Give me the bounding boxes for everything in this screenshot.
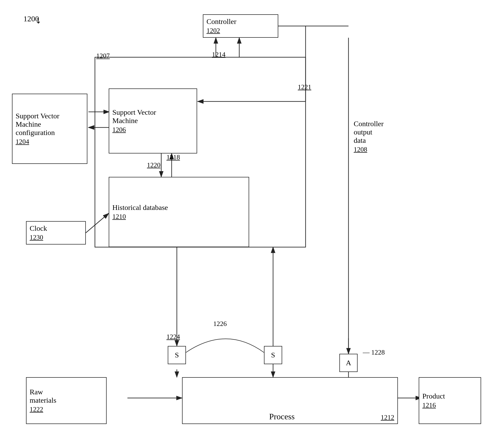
ref-1228: — 1228 (363, 349, 385, 356)
process-ref: 1212 (381, 414, 394, 421)
svm-config-label: Support VectorMachineconfiguration (16, 112, 59, 137)
historical-db-box: Historical database 1210 (109, 177, 249, 247)
ref-1214: 1214 (212, 51, 225, 59)
raw-materials-label: Rawmaterials (30, 388, 56, 405)
process-box: Process 1212 (182, 377, 398, 424)
controller-box: Controller 1202 (203, 14, 278, 38)
svg-line-28 (86, 213, 109, 233)
s-box-right: S (264, 346, 282, 364)
controller-output-label: Controlleroutputdata 1208 (354, 120, 384, 153)
a-box: A (339, 354, 358, 372)
svm-config-box: Support VectorMachineconfiguration 1204 (12, 94, 87, 164)
raw-materials-box: Rawmaterials 1222 (26, 377, 107, 424)
clock-ref: 1230 (30, 234, 43, 241)
outer-box-ref: 1207 (96, 52, 110, 60)
s-box-left: S (168, 346, 186, 364)
clock-box: Clock 1230 (26, 221, 86, 245)
product-ref: 1216 (422, 401, 436, 409)
svm-box: Support VectorMachine 1206 (109, 88, 197, 153)
ref-1224: 1224 (166, 333, 180, 341)
product-box: Product 1216 (419, 377, 481, 424)
svm-ref: 1206 (112, 126, 126, 134)
controller-ref: 1202 (206, 27, 220, 35)
product-label: Product (422, 392, 445, 400)
historical-db-label: Historical database (112, 203, 168, 212)
ref-1218: 1218 (166, 153, 180, 161)
controller-label: Controller (206, 17, 236, 26)
svm-config-ref: 1204 (16, 138, 29, 146)
raw-materials-ref: 1222 (30, 406, 43, 413)
ref-1226: 1226 (213, 320, 227, 328)
controller-output-ref: 1208 (354, 146, 384, 153)
ref-1220: 1220 (147, 161, 160, 169)
clock-label: Clock (30, 224, 47, 233)
svm-label: Support VectorMachine (112, 108, 156, 125)
ref-1221: 1221 (298, 83, 311, 91)
historical-db-ref: 1210 (112, 213, 126, 221)
process-label: Process (186, 412, 378, 421)
